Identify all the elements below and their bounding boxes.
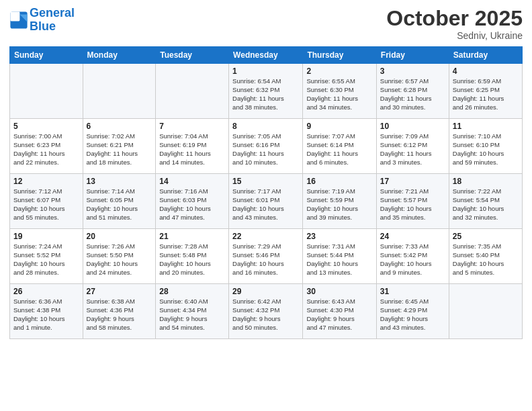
day-number: 15: [232, 177, 299, 186]
calendar-table: Sunday Monday Tuesday Wednesday Thursday…: [9, 46, 523, 339]
logo: General Blue: [9, 7, 75, 34]
day-info: Sunrise: 7:02 AM Sunset: 6:21 PM Dayligh…: [87, 132, 152, 167]
day-info: Sunrise: 7:12 AM Sunset: 6:07 PM Dayligh…: [13, 187, 79, 222]
day-number: 3: [380, 66, 445, 76]
calendar-week-row: 12Sunrise: 7:12 AM Sunset: 6:07 PM Dayli…: [10, 174, 523, 229]
title-block: October 2025 Sedniv, Ukraine: [386, 7, 523, 41]
table-row: [10, 64, 83, 119]
day-number: 10: [380, 122, 445, 131]
day-number: 16: [306, 177, 372, 186]
day-number: 28: [159, 287, 225, 296]
col-saturday: Saturday: [449, 47, 522, 64]
day-number: 17: [380, 177, 445, 186]
table-row: 10Sunrise: 7:09 AM Sunset: 6:12 PM Dayli…: [376, 119, 449, 174]
day-number: 23: [306, 232, 372, 241]
day-number: 31: [380, 287, 445, 296]
location: Sedniv, Ukraine: [386, 30, 523, 41]
day-number: 22: [232, 232, 299, 241]
day-info: Sunrise: 7:28 AM Sunset: 5:48 PM Dayligh…: [159, 242, 225, 277]
day-info: Sunrise: 6:57 AM Sunset: 6:28 PM Dayligh…: [380, 77, 445, 111]
table-row: 20Sunrise: 7:26 AM Sunset: 5:50 PM Dayli…: [83, 229, 156, 284]
table-row: 15Sunrise: 7:17 AM Sunset: 6:01 PM Dayli…: [229, 174, 303, 229]
day-info: Sunrise: 7:04 AM Sunset: 6:19 PM Dayligh…: [159, 132, 225, 167]
day-info: Sunrise: 7:26 AM Sunset: 5:50 PM Dayligh…: [87, 242, 152, 277]
table-row: 21Sunrise: 7:28 AM Sunset: 5:48 PM Dayli…: [156, 229, 229, 284]
day-number: 24: [380, 232, 445, 241]
logo-icon: [9, 11, 28, 30]
day-info: Sunrise: 7:10 AM Sunset: 6:10 PM Dayligh…: [453, 132, 519, 167]
day-number: 5: [13, 122, 79, 131]
day-info: Sunrise: 7:24 AM Sunset: 5:52 PM Dayligh…: [13, 242, 79, 277]
day-info: Sunrise: 7:05 AM Sunset: 6:16 PM Dayligh…: [232, 132, 299, 167]
day-number: 25: [453, 232, 519, 241]
table-row: 3Sunrise: 6:57 AM Sunset: 6:28 PM Daylig…: [376, 64, 449, 119]
day-info: Sunrise: 7:17 AM Sunset: 6:01 PM Dayligh…: [232, 187, 299, 222]
day-info: Sunrise: 7:31 AM Sunset: 5:44 PM Dayligh…: [306, 242, 372, 277]
col-sunday: Sunday: [10, 47, 83, 64]
table-row: 30Sunrise: 6:43 AM Sunset: 4:30 PM Dayli…: [303, 284, 376, 339]
table-row: 8Sunrise: 7:05 AM Sunset: 6:16 PM Daylig…: [229, 119, 303, 174]
calendar-week-row: 26Sunrise: 6:36 AM Sunset: 4:38 PM Dayli…: [10, 284, 523, 339]
table-row: 29Sunrise: 6:42 AM Sunset: 4:32 PM Dayli…: [229, 284, 303, 339]
day-info: Sunrise: 6:55 AM Sunset: 6:30 PM Dayligh…: [306, 77, 372, 111]
table-row: 14Sunrise: 7:16 AM Sunset: 6:03 PM Dayli…: [156, 174, 229, 229]
day-number: 14: [159, 177, 225, 186]
table-row: 13Sunrise: 7:14 AM Sunset: 6:05 PM Dayli…: [83, 174, 156, 229]
day-number: 30: [306, 287, 372, 296]
logo-blue: Blue: [30, 19, 56, 33]
calendar-header-row: Sunday Monday Tuesday Wednesday Thursday…: [10, 47, 523, 64]
day-info: Sunrise: 7:19 AM Sunset: 5:59 PM Dayligh…: [306, 187, 372, 222]
table-row: [83, 64, 156, 119]
table-row: 6Sunrise: 7:02 AM Sunset: 6:21 PM Daylig…: [83, 119, 156, 174]
day-info: Sunrise: 7:14 AM Sunset: 6:05 PM Dayligh…: [87, 187, 152, 222]
day-number: 2: [306, 66, 372, 76]
day-info: Sunrise: 7:35 AM Sunset: 5:40 PM Dayligh…: [453, 242, 519, 277]
day-info: Sunrise: 6:36 AM Sunset: 4:38 PM Dayligh…: [13, 298, 79, 332]
table-row: 28Sunrise: 6:40 AM Sunset: 4:34 PM Dayli…: [156, 284, 229, 339]
table-row: 17Sunrise: 7:21 AM Sunset: 5:57 PM Dayli…: [376, 174, 449, 229]
day-info: Sunrise: 6:42 AM Sunset: 4:32 PM Dayligh…: [232, 298, 299, 332]
table-row: 27Sunrise: 6:38 AM Sunset: 4:36 PM Dayli…: [83, 284, 156, 339]
day-number: 19: [13, 232, 79, 241]
day-number: 27: [87, 287, 152, 296]
day-number: 21: [159, 232, 225, 241]
table-row: [449, 284, 522, 339]
day-number: 12: [13, 177, 79, 186]
logo-general: General: [30, 6, 75, 19]
table-row: 22Sunrise: 7:29 AM Sunset: 5:46 PM Dayli…: [229, 229, 303, 284]
calendar-week-row: 19Sunrise: 7:24 AM Sunset: 5:52 PM Dayli…: [10, 229, 523, 284]
table-row: 25Sunrise: 7:35 AM Sunset: 5:40 PM Dayli…: [449, 229, 522, 284]
day-info: Sunrise: 7:16 AM Sunset: 6:03 PM Dayligh…: [159, 187, 225, 222]
table-row: 31Sunrise: 6:45 AM Sunset: 4:29 PM Dayli…: [376, 284, 449, 339]
day-number: 20: [87, 232, 152, 241]
day-number: 9: [306, 122, 372, 131]
day-info: Sunrise: 6:43 AM Sunset: 4:30 PM Dayligh…: [306, 298, 372, 332]
table-row: 26Sunrise: 6:36 AM Sunset: 4:38 PM Dayli…: [10, 284, 83, 339]
day-number: 11: [453, 122, 519, 131]
table-row: 12Sunrise: 7:12 AM Sunset: 6:07 PM Dayli…: [10, 174, 83, 229]
day-number: 6: [87, 122, 152, 131]
day-number: 18: [453, 177, 519, 186]
day-number: 29: [232, 287, 299, 296]
table-row: [156, 64, 229, 119]
table-row: 16Sunrise: 7:19 AM Sunset: 5:59 PM Dayli…: [303, 174, 376, 229]
table-row: 23Sunrise: 7:31 AM Sunset: 5:44 PM Dayli…: [303, 229, 376, 284]
table-row: 19Sunrise: 7:24 AM Sunset: 5:52 PM Dayli…: [10, 229, 83, 284]
page: General Blue October 2025 Sedniv, Ukrain…: [0, 0, 532, 411]
day-info: Sunrise: 6:59 AM Sunset: 6:25 PM Dayligh…: [453, 77, 519, 111]
day-info: Sunrise: 7:07 AM Sunset: 6:14 PM Dayligh…: [306, 132, 372, 167]
day-info: Sunrise: 6:40 AM Sunset: 4:34 PM Dayligh…: [159, 298, 225, 332]
day-info: Sunrise: 7:21 AM Sunset: 5:57 PM Dayligh…: [380, 187, 445, 222]
day-info: Sunrise: 6:54 AM Sunset: 6:32 PM Dayligh…: [232, 77, 299, 111]
day-number: 8: [232, 122, 299, 131]
day-number: 4: [453, 66, 519, 76]
table-row: 24Sunrise: 7:33 AM Sunset: 5:42 PM Dayli…: [376, 229, 449, 284]
day-info: Sunrise: 6:45 AM Sunset: 4:29 PM Dayligh…: [380, 298, 445, 332]
col-tuesday: Tuesday: [156, 47, 229, 64]
header: General Blue October 2025 Sedniv, Ukrain…: [9, 7, 523, 41]
col-thursday: Thursday: [303, 47, 376, 64]
col-monday: Monday: [83, 47, 156, 64]
table-row: 11Sunrise: 7:10 AM Sunset: 6:10 PM Dayli…: [449, 119, 522, 174]
day-info: Sunrise: 6:38 AM Sunset: 4:36 PM Dayligh…: [87, 298, 152, 332]
calendar-week-row: 1Sunrise: 6:54 AM Sunset: 6:32 PM Daylig…: [10, 64, 523, 119]
